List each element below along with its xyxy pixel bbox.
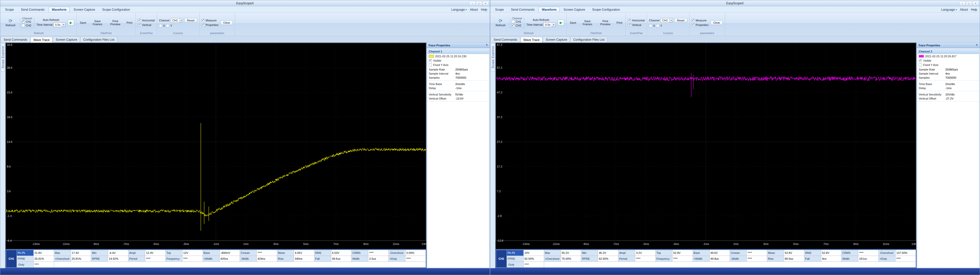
fixed-y-axis-row[interactable]: Fixed Y Axis [918,63,979,67]
fixed-y-axis-checkbox[interactable] [429,63,432,66]
start-auto-refresh-button[interactable]: ▶ [68,20,74,26]
properties-checkbox[interactable] [692,24,695,27]
properties-checkbox[interactable] [202,24,205,27]
measure-label[interactable]: +Width [693,256,710,262]
waveform-canvas[interactable]: 67.257.247.237.227.217.27.2-2.8-12.8-13m… [496,43,916,249]
vertical-checkbox[interactable] [138,24,141,27]
ch2-checkbox[interactable] [22,24,25,27]
waveform-plot[interactable]: 67.257.247.237.227.217.27.2-2.8-12.8-13m… [495,43,916,249]
tab-screen-capture[interactable]: Screen Capture [543,37,570,42]
horizontal-checkbox[interactable] [138,19,141,22]
measure-label[interactable]: RPRE [581,256,598,262]
maximize-button[interactable]: □ [966,1,972,5]
measure-checkbox[interactable] [692,19,695,22]
visible-row[interactable]: Visible [918,58,979,63]
print-preview-button[interactable]: Print Preview [597,19,613,27]
menu-tab-send-commands[interactable]: Send Commands [18,7,48,12]
menu-language[interactable]: Language ▾ [941,8,957,11]
measure-label[interactable]: Max [544,250,561,256]
menu-help[interactable]: Help [481,8,487,11]
cursor-channel-select[interactable]: CH1 ▾ [171,18,183,23]
visible-row[interactable]: Visible [428,58,489,63]
tab-configuration-files-list[interactable]: Configuration Files List [570,37,607,42]
refresh-button[interactable]: ⟳ Refresh [493,18,508,27]
measure-label[interactable]: Pk-Pk [507,250,524,256]
ch2-checkbox-row[interactable]: CH2 [22,24,33,27]
chevron-down-icon[interactable]: ▾ [62,23,65,27]
cursor-channel-select[interactable]: CH1 ▾ [661,18,673,23]
measure-label[interactable]: Base [203,250,220,256]
measure-label[interactable]: -Width [240,256,257,262]
save-button[interactable]: Save [79,21,88,25]
measure-checkbox-row[interactable]: Measure [692,19,708,22]
menu-tab-scope-configuration[interactable]: Scope Configuration [589,7,623,12]
chevron-down-icon[interactable]: ▾ [552,23,555,27]
measure-label[interactable]: CRMS [842,250,858,256]
measure-label[interactable]: Fall [314,256,331,262]
scope-explorer-tab[interactable]: Scope Explorer [491,43,495,71]
ch1-checkbox[interactable] [22,20,25,23]
vertical-checkbox-row[interactable]: Vertical [138,24,155,27]
horizontal-checkbox-row[interactable]: Horizontal [628,19,645,22]
measure-checkbox[interactable] [202,19,205,22]
scope-explorer-strip[interactable]: Scope Explorer [0,43,5,268]
menu-help[interactable]: Help [971,8,977,11]
measure-label[interactable]: Max [54,250,71,256]
minimize-button[interactable]: – [959,1,966,5]
menu-about[interactable]: About [960,8,968,11]
cursor-x-checkbox[interactable] [159,24,162,27]
chevron-down-icon[interactable]: ▾ [669,18,673,22]
tab-send-commands[interactable]: Send Commands [491,37,520,42]
clear-button[interactable]: Clear [221,21,233,25]
menu-tab-screen-capture[interactable]: Screen Capture [70,7,98,12]
menu-tab-screen-capture[interactable]: Screen Capture [560,7,588,12]
menu-language[interactable]: Language ▾ [451,8,467,11]
measure-label[interactable]: RPRE [91,256,108,262]
scope-explorer-strip[interactable]: Scope Explorer [490,43,495,268]
measure-label[interactable]: +Duty [389,256,406,262]
print-button[interactable]: Print [125,21,134,25]
maximize-button[interactable]: □ [476,1,482,5]
tab-wave-trace[interactable]: Wave Trace [30,37,52,43]
cursor-x-row[interactable]: X [159,24,165,27]
measure-label[interactable]: Width [352,256,368,262]
menu-tab-scope[interactable]: Scope [2,7,17,12]
ch1-checkbox-row[interactable]: CH1 [22,20,33,23]
close-button[interactable]: × [483,1,489,5]
cursor-reset-button[interactable]: Reset [184,18,197,23]
measure-label[interactable]: Base [693,250,710,256]
measure-label[interactable]: +Duty [879,256,896,262]
chevron-down-icon[interactable]: ▾ [179,18,183,22]
cursor-y-row[interactable]: Y [166,24,172,27]
menu-tab-scope[interactable]: Scope [492,7,507,12]
horizontal-checkbox-row[interactable]: Horizontal [138,19,155,22]
cursor-y-checkbox[interactable] [166,24,169,27]
horizontal-checkbox[interactable] [628,19,631,22]
measure-label[interactable]: Fall [804,256,821,262]
start-auto-refresh-button[interactable]: ▶ [558,20,564,26]
measure-label[interactable]: Mean [767,250,784,256]
measure-label[interactable]: FPRE [17,256,34,262]
measure-label[interactable]: -Overshoot [389,250,406,256]
print-preview-button[interactable]: Print Preview [107,19,123,27]
measure-label[interactable]: +Overshoot [54,256,71,262]
ch2-checkbox-row[interactable]: CH2 [512,24,523,27]
measure-label[interactable]: CRMS [352,250,368,256]
clear-button[interactable]: Clear [711,21,723,25]
fixed-y-axis-row[interactable]: Fixed Y Axis [428,63,489,67]
measure-label[interactable]: RMS [804,250,821,256]
measure-label[interactable]: Pk-Pk [17,250,34,256]
refresh-button[interactable]: ⟳ Refresh [3,18,18,27]
save-button[interactable]: Save [569,21,578,25]
fixed-y-axis-checkbox[interactable] [919,63,922,66]
cursor-y-row[interactable]: Y [656,24,662,27]
measure-label[interactable]: Mean [277,250,294,256]
measure-label[interactable]: Period [128,256,145,262]
measure-label[interactable]: Top [655,250,672,256]
measure-label[interactable]: +Overshoot [544,256,561,262]
visible-checkbox[interactable] [919,59,922,62]
measure-label[interactable]: Frequency [655,256,672,262]
cursor-x-row[interactable]: X [649,24,655,27]
measure-label[interactable]: Period [618,256,635,262]
measure-label[interactable]: Cmean [730,250,747,256]
